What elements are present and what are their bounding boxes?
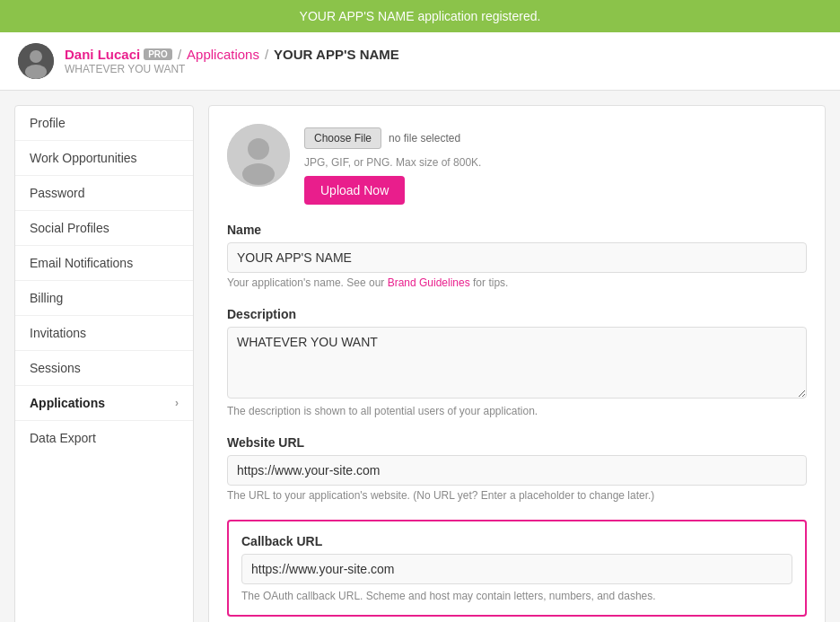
sidebar-item-work-opportunities[interactable]: Work Opportunities — [15, 141, 193, 176]
upload-button[interactable]: Upload Now — [304, 176, 405, 205]
sidebar-item-sessions[interactable]: Sessions — [15, 351, 193, 386]
name-section: Name Your application's name. See our Br… — [227, 223, 807, 289]
description-textarea[interactable]: WHATEVER YOU WANT — [227, 327, 807, 399]
header-info: Dani Lucaci PRO / Applications / YOUR AP… — [65, 47, 399, 75]
svg-point-4 — [248, 138, 269, 160]
sidebar-item-email-notifications[interactable]: Email Notifications — [15, 246, 193, 281]
sidebar-item-social-profiles[interactable]: Social Profiles — [15, 211, 193, 246]
no-file-text: no file selected — [389, 132, 460, 145]
callback-input[interactable] — [241, 554, 792, 584]
website-input[interactable] — [227, 455, 807, 486]
header-nav: Dani Lucaci PRO / Applications / YOUR AP… — [65, 47, 399, 62]
description-section: Description WHATEVER YOU WANT The descri… — [227, 307, 807, 417]
sidebar-item-profile[interactable]: Profile — [15, 106, 193, 141]
avatar — [18, 43, 54, 79]
breadcrumb-app-name: YOUR APP'S NAME — [274, 47, 399, 62]
description-hint: The description is shown to all potentia… — [227, 405, 807, 417]
svg-point-1 — [30, 50, 42, 63]
header-subtitle: WHATEVER YOU WANT — [65, 63, 399, 75]
callback-label: Callback URL — [241, 534, 792, 548]
sidebar-item-applications[interactable]: Applications › — [15, 386, 193, 421]
website-section: Website URL The URL to your application'… — [227, 435, 807, 502]
content-area: Profile Work Opportunities Password Soci… — [0, 91, 840, 622]
description-label: Description — [227, 307, 807, 321]
callback-section: Callback URL The OAuth callback URL. Sch… — [227, 520, 807, 617]
sidebar-item-password[interactable]: Password — [15, 176, 193, 211]
main-content: Choose File no file selected JPG, GIF, o… — [208, 105, 826, 622]
top-banner: YOUR APP'S NAME application registered. — [0, 0, 840, 32]
file-chooser-row: Choose File no file selected — [304, 127, 481, 149]
sep2: / — [265, 47, 268, 62]
chevron-right-icon: › — [175, 397, 179, 409]
sidebar-item-invitations[interactable]: Invitations — [15, 316, 193, 351]
sep1: / — [178, 47, 181, 62]
upload-section: Choose File no file selected JPG, GIF, o… — [227, 124, 807, 205]
name-label: Name — [227, 223, 807, 237]
website-label: Website URL — [227, 435, 807, 450]
name-input[interactable] — [227, 242, 807, 273]
website-hint: The URL to your application's website. (… — [227, 489, 807, 502]
svg-point-2 — [25, 65, 47, 79]
upload-controls: Choose File no file selected JPG, GIF, o… — [304, 124, 481, 205]
name-hint-prefix: Your application's name. See our — [227, 276, 388, 289]
sidebar-item-data-export[interactable]: Data Export — [15, 421, 193, 455]
pro-badge: PRO — [144, 48, 172, 60]
header: Dani Lucaci PRO / Applications / YOUR AP… — [0, 32, 840, 91]
banner-message: YOUR APP'S NAME application registered. — [300, 9, 541, 23]
brand-guidelines-link[interactable]: Brand Guidelines — [388, 276, 470, 289]
breadcrumb-applications[interactable]: Applications — [187, 47, 259, 62]
sidebar-item-billing[interactable]: Billing — [15, 281, 193, 316]
choose-file-button[interactable]: Choose File — [304, 127, 381, 149]
name-hint-suffix: for tips. — [470, 276, 509, 289]
svg-point-5 — [242, 163, 275, 185]
callback-hint: The OAuth callback URL. Scheme and host … — [241, 590, 792, 602]
file-hint: JPG, GIF, or PNG. Max size of 800K. — [304, 156, 481, 169]
sidebar: Profile Work Opportunities Password Soci… — [14, 105, 194, 622]
username: Dani Lucaci — [65, 47, 140, 62]
app-avatar — [227, 124, 290, 187]
name-hint: Your application's name. See our Brand G… — [227, 276, 807, 289]
